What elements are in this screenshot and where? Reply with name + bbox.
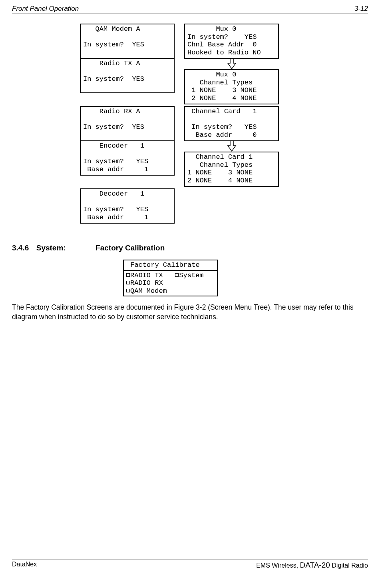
arrow-down-icon [225,58,238,70]
checkbox-icon [126,273,130,277]
footer-right-prefix: EMS Wireless, [256,562,300,569]
header-left: Front Panel Operation [12,5,79,13]
lcd-line: In system? YES [83,206,148,213]
box-channel-card-1: Channel Card 1 In system? YES Base addr … [184,106,279,141]
lcd-line: 1 NONE 3 NONE [187,169,253,176]
box-row: Decoder 1 In system? YES Base addr 1 [80,188,368,224]
footer-left: DataNex [12,561,37,570]
lcd-line: 1 NONE 3 NONE [187,86,257,94]
footer-right: EMS Wireless, DATA-20 Digital Radio [256,561,368,570]
lcd-line: In system? YES [187,33,257,41]
calib-item: RADIO RX [130,279,163,287]
calib-item: System [179,272,203,279]
lcd-line: 2 NONE 4 NONE [187,177,253,184]
lcd-line: Chnl Base Addr 0 [187,41,257,48]
lcd-line: In system? YES [187,123,257,131]
calib-item: QAM Modem [130,287,167,295]
lcd-line: Hooked to Radio NO [187,49,261,56]
lcd-boxes-area: QAM Modem A In system? YES Mux 0 In syst… [80,24,368,224]
lcd-line: Encoder 1 [83,142,144,150]
lcd-line: In system? YES [83,158,148,165]
section-title: Factory Calibration [95,244,165,252]
body-paragraph: The Factory Calibration Screens are docu… [12,303,368,322]
checkbox-icon [126,281,130,284]
lcd-line: In system? YES [83,75,144,83]
box-radio-tx-a: Radio TX A In system? YES [80,58,175,93]
lcd-line: Mux 0 [187,25,236,33]
section-label: System: [36,244,66,252]
calib-item: RADIO TX [130,272,163,279]
factory-calibrate-box: Factory Calibrate RADIO TX System RADIO … [123,260,218,296]
box-mux0-channel-types: Mux 0 Channel Types 1 NONE 3 NONE 2 NONE… [184,69,279,104]
lcd-line: Radio RX A [83,108,140,115]
page-footer: DataNex EMS Wireless, DATA-20 Digital Ra… [12,560,368,570]
lcd-line: Channel Card 1 [187,153,253,161]
lcd-line: Mux 0 [187,71,236,78]
lcd-line: Base addr 1 [83,166,148,173]
lcd-line: In system? YES [83,41,144,48]
lcd-line: Channel Types [187,161,253,169]
lcd-line: QAM Modem A [83,25,140,33]
checkbox-icon [175,273,179,277]
box-mux0-status: Mux 0 In system? YES Chnl Base Addr 0 Ho… [184,24,279,59]
box-decoder-1: Decoder 1 In system? YES Base addr 1 [80,188,175,224]
section-heading: 3.4.6 System: Factory Calibration [12,244,368,252]
calibrate-body: RADIO TX System RADIO RX QAM Modem [124,271,217,296]
lcd-line: In system? YES [83,123,144,131]
lcd-line: Base addr 1 [83,214,148,221]
lcd-line: Channel Types [187,79,253,86]
lcd-line: 2 NONE 4 NONE [187,94,257,102]
section-number: 3.4.6 [12,244,29,252]
box-channel-card-1-types: Channel Card 1 Channel Types 1 NONE 3 NO… [184,152,279,187]
lcd-line: Radio TX A [83,60,140,67]
footer-right-big: DATA-20 [300,561,330,569]
header-right: 3-12 [354,5,368,13]
page-header: Front Panel Operation 3-12 [12,5,368,14]
lcd-line: Decoder 1 [83,190,144,198]
footer-right-suffix: Digital Radio [330,562,368,569]
box-qam-modem-a: QAM Modem A In system? YES [80,24,175,59]
box-radio-rx-a: Radio RX A In system? YES [80,106,175,141]
lcd-line: Base addr 0 [187,131,257,139]
arrow-down-icon [225,141,238,152]
calibrate-header: Factory Calibrate [124,260,217,271]
page: Front Panel Operation 3-12 QAM Modem A I… [0,0,380,572]
lcd-line: Channel Card 1 [187,108,257,115]
box-encoder-1: Encoder 1 In system? YES Base addr 1 [80,140,175,176]
factory-calibrate-box-wrap: Factory Calibrate RADIO TX System RADIO … [123,260,368,296]
checkbox-icon [126,289,130,292]
